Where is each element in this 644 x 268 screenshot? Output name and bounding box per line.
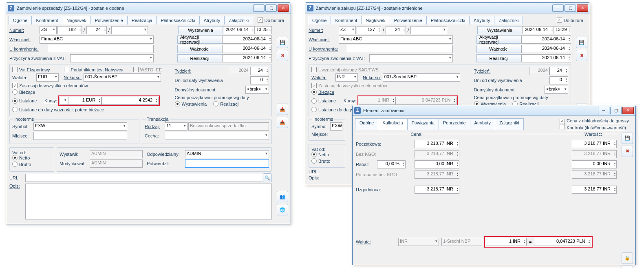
rodzaj-combo[interactable]: 11 — [165, 122, 187, 131]
tab-powiazania[interactable]: Powiązania — [407, 118, 439, 130]
minimize-button[interactable]: ─ — [253, 4, 265, 12]
przyczyna-combo[interactable] — [70, 54, 154, 62]
kurs-left-c[interactable]: 1 INR — [486, 238, 527, 246]
waznosci-button[interactable]: Ważności — [476, 45, 521, 53]
date-wystawienia[interactable]: 2024-06-14 — [223, 26, 255, 34]
kurs-right-c[interactable]: 0,047223 PLN — [534, 238, 591, 246]
url-browse-button[interactable]: 🔍 — [263, 173, 272, 182]
ukontrahenta-input[interactable] — [48, 45, 154, 53]
tab-ogolne[interactable]: Ogólne — [308, 16, 331, 24]
ukontrahenta-input[interactable] — [347, 45, 453, 53]
tab-naglowek[interactable]: Nagłówek — [361, 16, 390, 24]
tab-naglowek[interactable]: Nagłówek — [62, 16, 90, 24]
cena-rabat[interactable]: 0,00 INR — [415, 160, 459, 168]
wartosc-uzgodniona[interactable]: 3 218,77 INR — [572, 186, 617, 194]
kontrola-checkbox[interactable] — [560, 124, 565, 129]
tab-poprzednie[interactable]: Poprzednie — [439, 118, 470, 130]
cancel-button[interactable]: ✖ — [277, 50, 288, 61]
tab-potwierdzenie[interactable]: Potwierdzenie — [390, 16, 427, 24]
tab-atrybuty[interactable]: Atrybuty — [470, 118, 495, 130]
num-extra[interactable] — [410, 26, 447, 34]
biezace-radio[interactable] — [12, 89, 18, 95]
tab-zalaczniki[interactable]: Załączniki — [494, 16, 523, 24]
domyslny-combo[interactable]: <brak> — [545, 86, 568, 94]
cena-uzgodniona[interactable]: 3 218,77 INR — [415, 186, 459, 194]
num-extra-combo[interactable] — [111, 26, 148, 34]
cecha-combo[interactable] — [165, 132, 269, 140]
minimize-button[interactable]: ─ — [598, 107, 609, 114]
date-wazn[interactable]: 2024-06-14 — [521, 45, 571, 53]
kurs-left-spin[interactable]: 1 EUR — [68, 97, 101, 105]
rabat-pct[interactable]: 0,00 % — [377, 160, 406, 168]
kurs-prefix-combo[interactable] — [60, 97, 68, 105]
wlasciciel-combo[interactable]: Firma ABC — [339, 35, 453, 44]
ustalone-radio[interactable] — [12, 98, 18, 104]
tab-atrybuty[interactable]: Atrybuty — [469, 16, 494, 24]
maximize-button[interactable]: ▢ — [565, 4, 576, 12]
minimize-button[interactable]: ─ — [552, 4, 564, 12]
dni-spin[interactable]: 0 — [549, 76, 568, 84]
save-button[interactable]: 💾 — [622, 133, 633, 144]
date-aktywacji[interactable]: 2024-06-14 — [222, 35, 272, 44]
date-realizacji[interactable]: 2024-06-14 — [222, 54, 272, 62]
waznosci-button[interactable]: Ważności — [177, 45, 222, 53]
bin-out-button[interactable]: 📤 — [277, 117, 288, 128]
cena-z-checkbox[interactable]: ✓ — [560, 119, 565, 124]
tab-kalkulacja[interactable]: Kalkulacja — [378, 118, 407, 130]
save-button[interactable]: 💾 — [576, 37, 587, 48]
brutto-radio[interactable] — [12, 162, 18, 167]
dobufora-checkbox[interactable]: ✓ — [258, 18, 263, 23]
realizacji-button[interactable]: Realizacji — [476, 54, 521, 62]
aktywacji-button[interactable]: Aktywacji rezerwacji — [177, 35, 222, 44]
wlasciciel-combo[interactable]: Firma ABC — [40, 35, 154, 44]
opis-textarea[interactable] — [25, 184, 272, 219]
cena-poczatkowa[interactable]: 3 218,77 INR — [415, 140, 459, 148]
num-year[interactable]: 24 — [386, 26, 406, 34]
num-series[interactable]: ZZ — [339, 26, 356, 34]
time-wyst[interactable]: 13:29 — [554, 26, 571, 34]
maximize-button[interactable]: ▢ — [265, 4, 277, 12]
tab-kontrahent[interactable]: Kontrahent — [331, 16, 362, 24]
wartosc-rabat[interactable]: 0,00 INR — [572, 160, 617, 168]
nrkursu-combo[interactable]: 001-Średni NBP — [383, 73, 460, 82]
waluta-combo[interactable]: INR — [335, 73, 358, 82]
users-button[interactable]: 👥 — [277, 191, 288, 202]
domyslny-combo[interactable]: <brak> — [245, 86, 269, 94]
tab-potwierdzenie[interactable]: Potwierdzenie — [90, 16, 128, 24]
przyczyna-combo[interactable] — [369, 54, 453, 62]
bin-in-button[interactable]: 📥 — [277, 104, 288, 115]
waluta-combo[interactable]: EUR — [36, 73, 59, 82]
close-button[interactable]: ✕ — [622, 107, 634, 114]
close-button[interactable]: ✕ — [577, 4, 588, 12]
num-series-combo[interactable]: ZS — [40, 26, 57, 34]
real-radio[interactable] — [213, 101, 218, 106]
potwierdzil-input[interactable] — [185, 159, 269, 168]
num-main-spin[interactable]: 182 — [57, 26, 82, 34]
miejsce-input[interactable] — [33, 132, 127, 140]
url-input[interactable] — [25, 174, 262, 182]
browser-button[interactable]: 🌐 — [277, 204, 288, 215]
cancel-button[interactable]: ✖ — [576, 50, 587, 61]
ustalone-radio[interactable] — [311, 98, 317, 104]
close-button[interactable]: ✕ — [278, 4, 289, 12]
wyst-radio[interactable] — [175, 101, 180, 106]
wystawienia-button[interactable]: Wystawienia — [178, 26, 223, 34]
odpowiedzialny-combo[interactable]: ADMIN — [185, 150, 269, 158]
ustalone-do-daty-radio[interactable] — [311, 107, 317, 112]
netto-radio[interactable] — [311, 152, 317, 157]
zastosuj-checkbox[interactable]: ✓ — [12, 83, 18, 88]
date-waznosci[interactable]: 2024-06-14 — [222, 45, 272, 53]
date-aktyw[interactable]: 2024-06-14 — [521, 35, 571, 44]
tab-ogolne[interactable]: Ogólne — [355, 118, 378, 130]
biezace-radio[interactable] — [311, 89, 317, 95]
brutto-radio[interactable] — [311, 158, 317, 164]
wystawienia-button[interactable]: Wystawienia — [477, 26, 522, 34]
realizacji-button[interactable]: Realizacji — [177, 54, 222, 62]
dni-spin[interactable]: 0 — [250, 76, 269, 84]
dobufora-checkbox[interactable]: ✓ — [557, 18, 562, 23]
tab-platnosci[interactable]: Płatności/Zaliczki — [156, 16, 199, 24]
tab-ogolne[interactable]: Ogólne — [9, 16, 32, 24]
tab-realizacja[interactable]: Realizacja — [127, 16, 157, 24]
tab-atrybuty[interactable]: Atrybuty — [199, 16, 225, 24]
num-main[interactable]: 127 — [357, 26, 381, 34]
